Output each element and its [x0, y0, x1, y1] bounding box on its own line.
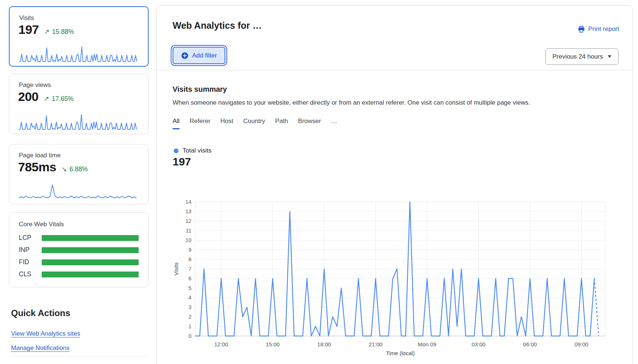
trend-percent: 6.88%	[69, 165, 88, 173]
sparkline-page-load-time	[19, 183, 137, 201]
x-tick-label: 06:00	[523, 341, 537, 347]
x-tick-label: 21:00	[369, 341, 383, 347]
metric-label: Page views	[19, 81, 148, 89]
y-tick-label: 2	[188, 314, 191, 320]
core-web-vitals-title: Core Web Vitals	[19, 221, 148, 228]
metric-value: 785ms	[18, 160, 56, 174]
cwv-label: CLS	[19, 270, 42, 278]
y-tick-label: 12	[185, 218, 191, 224]
plus-circle-icon	[181, 52, 188, 59]
trend-up-arrow-icon: ↗	[44, 28, 49, 35]
visits-line-chart: 0123456789101112131412:0015:0018:0021:00…	[170, 197, 625, 363]
tab-all[interactable]: All	[173, 118, 180, 129]
y-tick-label: 5	[188, 285, 191, 291]
cwv-row-lcp: LCP	[19, 234, 139, 242]
y-tick-label: 7	[188, 266, 191, 272]
header-divider	[157, 70, 632, 70]
y-tick-label: 8	[188, 256, 191, 262]
main-panel: Web Analytics for … Print report Add fil…	[156, 5, 633, 364]
tab-country[interactable]: Country	[243, 118, 266, 129]
cwv-row-inp: INP	[19, 246, 139, 254]
visits-chart-container: 0123456789101112131412:0015:0018:0021:00…	[170, 197, 625, 364]
trend-down-arrow-icon: ↘	[61, 165, 67, 173]
visits-summary-title: Visits summary	[173, 85, 227, 94]
y-tick-label: 3	[188, 304, 191, 310]
sidebar-divider	[11, 356, 147, 357]
y-axis-title: Visits	[173, 262, 179, 276]
y-tick-label: 10	[185, 237, 191, 243]
x-axis-title: Time (local)	[386, 350, 415, 356]
y-tick-label: 14	[185, 199, 191, 205]
chevron-down-icon	[608, 55, 611, 58]
cwv-row-cls: CLS	[19, 270, 139, 278]
total-visits-value: 197	[173, 155, 191, 168]
y-tick-label: 4	[188, 295, 191, 301]
quick-actions-title: Quick Actions	[11, 308, 70, 318]
metric-trend-up: ↗15.88%	[44, 28, 74, 36]
add-filter-label: Add filter	[192, 52, 217, 59]
sparkline-page-views	[19, 113, 137, 130]
metric-value: 197	[18, 22, 39, 37]
cwv-label: FID	[19, 258, 42, 266]
cwv-bar	[42, 259, 139, 265]
time-range-dropdown[interactable]: Previous 24 hours	[545, 48, 618, 65]
x-tick-label: 09:00	[575, 341, 589, 347]
cwv-bar	[42, 247, 139, 253]
tab-more[interactable]: …	[331, 118, 337, 129]
x-tick-label: 18:00	[317, 341, 331, 347]
cwv-bar	[42, 272, 139, 277]
cwv-row-fid: FID	[19, 258, 139, 266]
y-tick-label: 1	[188, 323, 191, 329]
link-manage-notifications[interactable]: Manage Notifications	[11, 344, 70, 352]
printer-icon	[578, 26, 585, 33]
metric-label: Page load time	[19, 152, 148, 159]
print-report-label: Print report	[588, 25, 619, 33]
time-range-label: Previous 24 hours	[552, 53, 603, 60]
metric-trend-down: ↘6.88%	[61, 165, 88, 173]
metric-card-visits[interactable]: Visits197↗15.88%	[9, 6, 149, 67]
core-web-vitals-card: Core Web Vitals LCPINPFIDCLS	[9, 212, 149, 287]
y-tick-label: 0	[188, 333, 191, 339]
metric-value-row: 200↗17.65%	[18, 90, 148, 104]
y-tick-label: 6	[188, 276, 191, 281]
metric-card-page-load-time[interactable]: Page load time785ms↘6.88%	[9, 144, 149, 204]
metric-value-row: 785ms↘6.88%	[18, 160, 148, 174]
tab-referer[interactable]: Referer	[190, 118, 211, 129]
y-tick-label: 13	[185, 209, 191, 214]
print-report-link[interactable]: Print report	[578, 25, 619, 33]
legend-dot-icon	[174, 148, 178, 153]
trend-percent: 17.65%	[52, 95, 73, 102]
metric-label: Visits	[19, 14, 148, 22]
metric-card-page-views[interactable]: Page views200↗17.65%	[9, 74, 149, 134]
y-tick-label: 11	[186, 228, 191, 234]
add-filter-button[interactable]: Add filter	[173, 47, 225, 64]
cwv-bar	[42, 235, 139, 241]
y-tick-label: 9	[188, 247, 191, 253]
cwv-label: INP	[19, 246, 42, 254]
dimension-tabs: AllRefererHostCountryPathBrowser…	[173, 118, 337, 129]
visits-summary-description: When someone navigates to your website, …	[173, 99, 530, 106]
metric-value: 200	[18, 90, 38, 104]
x-tick-label: 12:00	[214, 341, 228, 347]
page-title: Web Analytics for …	[173, 20, 262, 31]
tab-browser[interactable]: Browser	[298, 118, 321, 129]
x-tick-label: 15:00	[266, 341, 280, 347]
sparkline-visits	[19, 45, 138, 63]
chart-legend: Total visits	[174, 147, 211, 154]
metric-value-row: 197↗15.88%	[18, 22, 148, 37]
cwv-label: LCP	[19, 234, 42, 242]
legend-label: Total visits	[183, 147, 211, 154]
trend-up-arrow-icon: ↗	[44, 95, 49, 102]
trend-percent: 15.88%	[52, 28, 74, 35]
core-web-vitals-rows: LCPINPFIDCLS	[9, 234, 148, 278]
x-tick-label: 03:00	[472, 341, 486, 347]
x-tick-label: Mon 09	[418, 341, 436, 347]
link-view-web-analytics-sites[interactable]: View Web Analytics sites	[11, 330, 80, 337]
metric-trend-up: ↗17.65%	[44, 95, 73, 103]
tab-host[interactable]: Host	[221, 118, 233, 129]
tab-path[interactable]: Path	[275, 118, 288, 129]
